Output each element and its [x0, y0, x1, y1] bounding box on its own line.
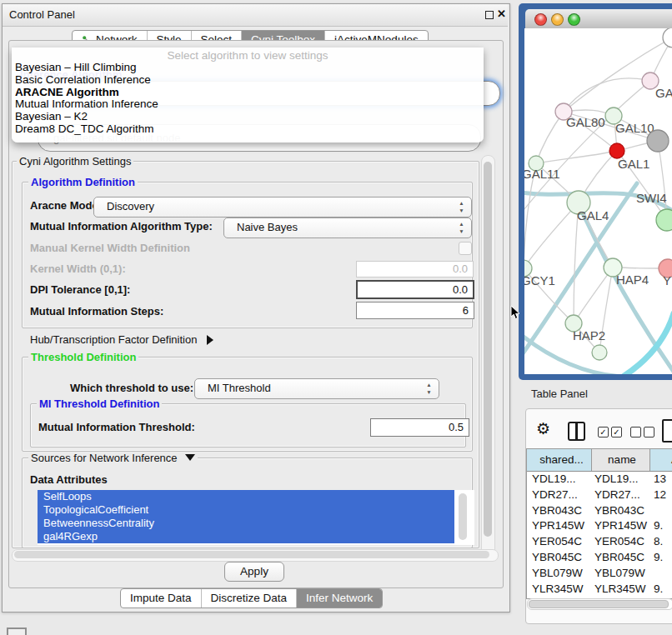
- mi-steps-field[interactable]: 6: [356, 302, 474, 319]
- table-cell: YLR345W: [592, 582, 650, 598]
- control-panel-title: Control Panel: [9, 8, 75, 21]
- mi-algorithm-type-combo[interactable]: Naive Bayes ▲▼: [223, 218, 472, 238]
- column-header[interactable]: shared...: [527, 449, 592, 471]
- kernel-width-field[interactable]: 0.0: [356, 261, 474, 278]
- mi-threshold-field[interactable]: 0.5: [370, 418, 469, 437]
- algorithm-option[interactable]: Mutual Information Inference: [12, 98, 484, 111]
- manual-kernel-width-label: Manual Kernel Width Definition: [30, 241, 190, 256]
- table-cell: YER054C: [592, 534, 650, 550]
- table-cell: [650, 566, 672, 582]
- float-window-icon[interactable]: [485, 11, 494, 19]
- table-panel-title: Table Panel: [531, 388, 588, 400]
- unchecked-checkbox-icon[interactable]: [630, 427, 641, 438]
- attribute-item[interactable]: SelfLoops: [38, 490, 454, 503]
- attribute-item[interactable]: gal4RGexp: [38, 530, 454, 543]
- tab-discretize-data[interactable]: Discretize Data: [201, 589, 297, 608]
- table-row[interactable]: YBL079WYBL079W: [527, 566, 672, 582]
- column-header[interactable]: name: [592, 449, 650, 471]
- sources-title-label: Sources for Network Inference: [31, 452, 178, 464]
- algorithm-option[interactable]: ARACNE Algorithm: [12, 87, 484, 99]
- attribute-item[interactable]: TopologicalCoefficient: [38, 503, 454, 517]
- document-icon[interactable]: [662, 419, 672, 442]
- tab-impute-data[interactable]: Impute Data: [121, 589, 201, 608]
- table-row[interactable]: YDL19...YDL19...13: [527, 472, 672, 488]
- algorithm-option[interactable]: Bayesian – K2: [12, 111, 484, 123]
- expander-collapsed-icon: [207, 335, 213, 345]
- which-threshold-label: Which threshold to use:: [70, 381, 193, 396]
- table-cell: [650, 503, 672, 519]
- checked-checkbox-icon[interactable]: ✓: [611, 427, 622, 438]
- hub-transcription-expander[interactable]: Hub/Transcription Factor Definition: [30, 332, 213, 348]
- apply-button[interactable]: Apply: [224, 562, 284, 582]
- dpi-tolerance-field[interactable]: 0.0: [356, 280, 474, 299]
- node-label: GAL10: [615, 121, 654, 135]
- close-window-icon[interactable]: ✕: [497, 8, 506, 20]
- collapsed-panel-icon[interactable]: [7, 628, 27, 635]
- aracne-mode-label: Aracne Mode:: [30, 198, 102, 213]
- network-edge: [564, 78, 650, 112]
- table-cell: YBL079W: [592, 566, 650, 582]
- attributes-scrollbar-thumb[interactable]: [459, 493, 467, 540]
- settings-vertical-scrollbar-thumb[interactable]: [484, 162, 492, 537]
- minimize-traffic-light[interactable]: [551, 13, 564, 26]
- sources-group-title[interactable]: Sources for Network Inference: [28, 452, 198, 464]
- table-row[interactable]: YBR043CYBR043C: [527, 503, 672, 519]
- aracne-mode-combo[interactable]: Discovery ▲▼: [93, 197, 472, 218]
- table-horizontal-scrollbar-thumb[interactable]: [529, 600, 669, 608]
- table-row[interactable]: YLR345WYLR345W9.: [527, 582, 672, 598]
- network-window-titlebar[interactable]: [525, 9, 672, 29]
- unchecked-checkbox-icon[interactable]: [644, 427, 654, 438]
- node-table[interactable]: shared...nameA YDL19...YDL19...13YDR27..…: [526, 448, 672, 599]
- table-cell: 13: [650, 472, 672, 488]
- tab-infer-network[interactable]: Infer Network: [296, 589, 382, 608]
- network-node[interactable]: [592, 345, 607, 360]
- settings-horizontal-scrollbar-thumb[interactable]: [14, 551, 489, 558]
- table-cell: YPR145W: [592, 518, 650, 534]
- gear-icon[interactable]: ⚙: [536, 419, 550, 438]
- network-node[interactable]: [647, 130, 669, 152]
- close-traffic-light[interactable]: [534, 13, 547, 26]
- network-canvas[interactable]: GALGAL80GAL10GAL1GAL11SWI4GAL4GCY1HAP4YH…: [524, 28, 672, 374]
- stepper-arrows-icon: ▲▼: [458, 199, 465, 214]
- network-graph[interactable]: GALGAL80GAL10GAL1GAL11SWI4GAL4GCY1HAP4YH…: [524, 28, 672, 374]
- control-panel-titlebar[interactable]: [3, 4, 508, 27]
- table-row[interactable]: YDR27...YDR27...12: [527, 488, 672, 503]
- checked-checkbox-icon[interactable]: ✓: [598, 427, 609, 438]
- table-cell: YDR27...: [527, 488, 592, 503]
- table-cell: YDR27...: [592, 488, 650, 503]
- table-header-row: shared...nameA: [527, 449, 672, 472]
- table-cell: 9.: [650, 582, 672, 598]
- columns-icon[interactable]: [568, 422, 585, 441]
- table-row[interactable]: YPR145WYPR145W9.: [527, 518, 672, 534]
- table-cell: 9.: [650, 518, 672, 534]
- table-cell: 9.: [650, 550, 672, 566]
- which-threshold-combo[interactable]: MI Threshold ▲▼: [194, 378, 439, 399]
- table-cell: 8.: [650, 534, 672, 550]
- attribute-item[interactable]: BetweennessCentrality: [38, 517, 454, 530]
- table-body: YDL19...YDL19...13YDR27...YDR27...12YBR0…: [527, 472, 672, 599]
- aracne-mode-value: Discovery: [107, 198, 154, 216]
- table-cell: 12: [650, 488, 672, 503]
- data-attributes-label: Data Attributes: [30, 472, 108, 488]
- which-threshold-value: MI Threshold: [208, 379, 271, 398]
- mi-steps-label: Mutual Information Steps:: [30, 304, 163, 319]
- table-cell: YBR043C: [592, 503, 650, 519]
- table-cell: YER054C: [527, 534, 592, 550]
- stepper-arrows-icon: ▲▼: [458, 220, 465, 235]
- algorithm-option[interactable]: Basic Correlation Inference: [12, 74, 484, 87]
- node-label: GAL11: [524, 167, 560, 181]
- table-row[interactable]: YBR045CYBR045C9.: [527, 550, 672, 566]
- table-cell: YDL19...: [592, 472, 650, 488]
- column-header[interactable]: A: [650, 449, 672, 471]
- algorithm-option[interactable]: Dream8 DC_TDC Algorithm: [12, 123, 484, 136]
- network-node[interactable]: [663, 28, 672, 48]
- algorithm-option[interactable]: Bayesian – Hill Climbing: [12, 62, 484, 74]
- cyni-algorithm-settings-title: Cyni Algorithm Settings: [17, 155, 133, 168]
- manual-kernel-width-checkbox[interactable]: [459, 242, 472, 255]
- data-attributes-list[interactable]: SelfLoopsTopologicalCoefficientBetweenne…: [38, 490, 474, 545]
- node-label: GCY1: [524, 273, 555, 288]
- table-cell: YBR045C: [592, 550, 650, 566]
- zoom-traffic-light[interactable]: [568, 13, 580, 26]
- table-row[interactable]: YER054CYER054C8.: [527, 534, 672, 550]
- network-node-swi4[interactable]: [656, 209, 672, 231]
